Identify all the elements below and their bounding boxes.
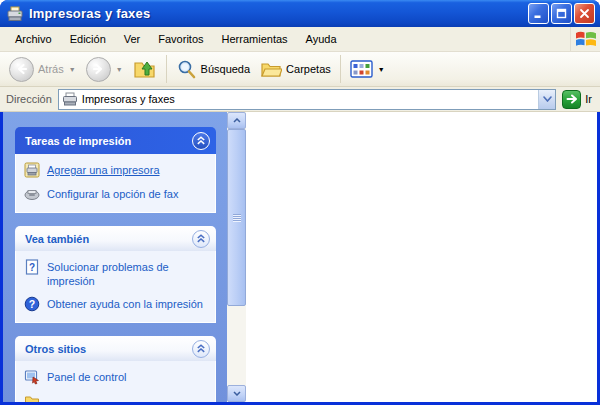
- task-label: Obtener ayuda con la impresión: [47, 297, 203, 311]
- forward-icon: [86, 57, 111, 82]
- toolbar-separator: [340, 55, 341, 83]
- toolbar-separator: [166, 55, 167, 83]
- views-button[interactable]: ▼: [345, 58, 390, 80]
- back-button[interactable]: Atrás ▼: [4, 55, 81, 84]
- windows-logo-icon: [570, 27, 600, 51]
- task-add-printer[interactable]: Agregar una impresora: [24, 163, 209, 178]
- menu-bar: Archivo Edición Ver Favoritos Herramient…: [0, 27, 600, 52]
- back-dropdown-icon[interactable]: ▼: [69, 66, 76, 73]
- address-bar: Dirección Impresoras y faxes Ir: [0, 87, 600, 112]
- collapse-chevron-icon[interactable]: [192, 230, 210, 248]
- folders-label: Carpetas: [286, 63, 331, 75]
- panel-title: Otros sitios: [25, 343, 192, 355]
- panel-title: Tareas de impresión: [25, 135, 192, 147]
- printer-icon: [62, 92, 78, 106]
- task-label: Panel de control: [47, 370, 127, 384]
- menu-archivo[interactable]: Archivo: [6, 29, 61, 49]
- folder-icon: [24, 393, 40, 402]
- panel-title: Vea también: [25, 233, 192, 245]
- scrollbar-track[interactable]: [227, 306, 246, 385]
- search-button[interactable]: Búsqueda: [171, 57, 256, 82]
- add-printer-icon: [24, 162, 40, 178]
- forward-button[interactable]: ▼: [81, 55, 128, 84]
- help-icon: ?: [24, 296, 40, 312]
- control-panel-icon: [24, 369, 40, 385]
- printer-window-icon: [6, 6, 24, 22]
- task-troubleshoot[interactable]: ? Solucionar problemas de impresión: [24, 260, 209, 288]
- menu-ayuda[interactable]: Ayuda: [297, 29, 346, 49]
- maximize-button[interactable]: [551, 3, 572, 24]
- taskpane-scrollbar[interactable]: [227, 112, 246, 402]
- back-icon: [9, 57, 34, 82]
- folders-button[interactable]: Carpetas: [255, 57, 336, 81]
- forward-dropdown-icon[interactable]: ▼: [116, 66, 123, 73]
- panel-see-also-body: ? Solucionar problemas de impresión ? Ob…: [15, 251, 216, 323]
- address-value: Impresoras y faxes: [82, 93, 538, 105]
- explorer-window: Impresoras y faxes Archivo Edición Ver F…: [0, 0, 600, 405]
- svg-text:?: ?: [29, 262, 35, 273]
- troubleshoot-icon: ?: [24, 259, 40, 275]
- chevron-up-icon: [233, 118, 241, 123]
- folders-icon: [260, 59, 282, 79]
- menu-edicion[interactable]: Edición: [61, 29, 115, 49]
- address-dropdown-button[interactable]: [538, 90, 555, 109]
- back-label: Atrás: [38, 63, 64, 75]
- panel-print-tasks-body: Agregar una impresora Configurar la opci…: [15, 154, 216, 213]
- address-label: Dirección: [6, 93, 52, 105]
- scroll-down-button[interactable]: [227, 385, 246, 402]
- search-label: Búsqueda: [201, 63, 251, 75]
- folder-view[interactable]: [246, 112, 597, 402]
- chevron-down-icon: [233, 391, 241, 396]
- close-button[interactable]: [574, 3, 595, 24]
- svg-text:?: ?: [29, 298, 35, 310]
- collapse-chevron-icon[interactable]: [192, 132, 210, 150]
- views-icon: [350, 60, 373, 78]
- panel-other-places: Otros sitios Panel de control: [15, 336, 216, 402]
- search-icon: [176, 59, 197, 80]
- task-clipped-item[interactable]: [24, 394, 209, 402]
- window-title: Impresoras y faxes: [29, 6, 528, 21]
- content-area: Tareas de impresión Agregar una impres: [0, 112, 600, 405]
- title-bar: Impresoras y faxes: [0, 0, 600, 27]
- address-combobox[interactable]: Impresoras y faxes: [58, 89, 556, 110]
- scroll-up-button[interactable]: [227, 112, 246, 129]
- scrollbar-thumb[interactable]: [227, 129, 246, 306]
- panel-print-tasks: Tareas de impresión Agregar una impres: [15, 127, 216, 213]
- panel-print-tasks-header[interactable]: Tareas de impresión: [15, 127, 216, 154]
- task-pane: Tareas de impresión Agregar una impres: [3, 112, 227, 402]
- menu-herramientas[interactable]: Herramientas: [213, 29, 297, 49]
- views-dropdown-icon[interactable]: ▼: [378, 66, 385, 73]
- panel-other-places-header[interactable]: Otros sitios: [15, 336, 216, 361]
- go-label: Ir: [585, 93, 592, 105]
- toolbar: Atrás ▼ ▼ Búsqueda: [0, 52, 600, 87]
- scrollbar-grip-icon: [233, 214, 241, 221]
- go-arrow-icon: [566, 94, 578, 104]
- fax-icon: [24, 186, 40, 202]
- go-button[interactable]: [562, 90, 581, 109]
- task-label: Configurar la opción de fax: [47, 187, 178, 201]
- up-folder-icon: [133, 58, 157, 80]
- panel-other-places-body: Panel de control: [15, 361, 216, 402]
- task-control-panel[interactable]: Panel de control: [24, 370, 209, 385]
- minimize-button[interactable]: [528, 3, 549, 24]
- menu-favoritos[interactable]: Favoritos: [149, 29, 212, 49]
- task-label: Agregar una impresora: [47, 163, 160, 177]
- task-configure-fax[interactable]: Configurar la opción de fax: [24, 187, 209, 202]
- menu-ver[interactable]: Ver: [115, 29, 150, 49]
- up-button[interactable]: [128, 56, 162, 82]
- panel-see-also: Vea también ? Solucionar problemas de im…: [15, 226, 216, 323]
- task-get-help[interactable]: ? Obtener ayuda con la impresión: [24, 297, 209, 312]
- panel-see-also-header[interactable]: Vea también: [15, 226, 216, 251]
- task-label: Solucionar problemas de impresión: [47, 260, 209, 288]
- collapse-chevron-icon[interactable]: [192, 340, 210, 358]
